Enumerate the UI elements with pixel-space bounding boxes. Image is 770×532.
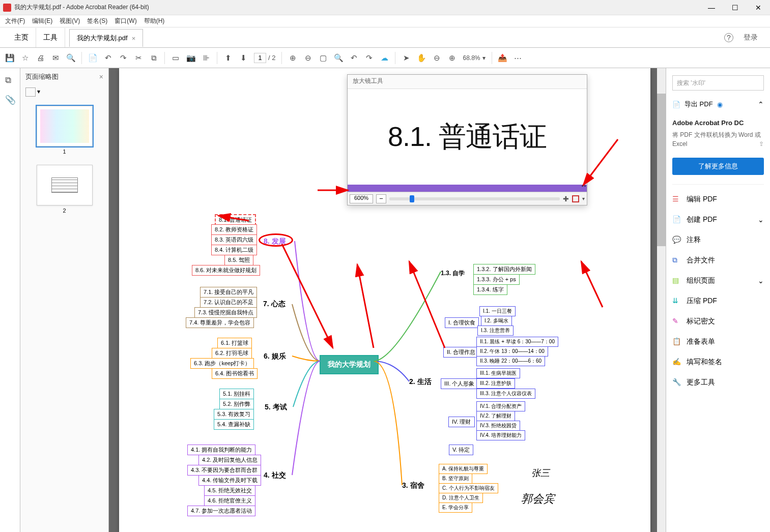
menu-sign[interactable]: 签名(S) (87, 17, 107, 25)
learn-more-button[interactable]: 了解更多信息 (672, 158, 764, 175)
cursor-icon[interactable]: ⊕ (288, 53, 297, 63)
organize-icon: ▤ (672, 276, 681, 285)
share-small-icon[interactable]: ⇪ (759, 139, 764, 149)
tool-fill-sign[interactable]: ✍填写和签名 (672, 357, 764, 368)
annotation-ellipse (259, 233, 293, 247)
select-arrow-icon[interactable]: ➤ (402, 53, 411, 63)
node-2-iv-3: IV.3. 拒绝校园贷 (476, 421, 520, 431)
window-controls: — ☐ ✕ (700, 0, 770, 15)
snapshot-icon[interactable]: 📷 (186, 53, 195, 63)
zoom-out-icon[interactable]: ⊖ (303, 53, 312, 63)
node-2-iii-3: III.3. 注意个人仪容仪表 (476, 389, 535, 399)
magnifier-stop-icon[interactable] (572, 195, 579, 202)
thumbnail-page-2[interactable] (37, 165, 93, 205)
minimize-button[interactable]: — (700, 0, 723, 15)
tool-edit-pdf[interactable]: ☰编辑 PDF (672, 194, 764, 205)
vertical-scrollbar[interactable] (657, 68, 666, 532)
ink-icon[interactable]: ☁ (380, 53, 389, 63)
copy-icon[interactable]: ⧉ (149, 53, 158, 63)
tool-more[interactable]: 🔧更多工具 (672, 377, 764, 388)
node-7-3: 7.3. 慢慢挖掘自我特点 (194, 307, 257, 318)
menu-help[interactable]: 帮助(H) (144, 17, 165, 25)
tool-create-pdf[interactable]: 📄创建 PDF⌄ (672, 214, 764, 225)
maximize-button[interactable]: ☐ (723, 0, 747, 15)
scrollbar-handle[interactable] (657, 94, 666, 246)
redo-icon[interactable]: ↷ (119, 53, 128, 63)
help-icon[interactable]: ? (724, 33, 733, 42)
measure-icon[interactable]: ⊪ (202, 53, 211, 63)
rotate-left-icon[interactable]: ↶ (349, 53, 358, 63)
magnifier-zoom-value[interactable]: 600% (350, 194, 373, 203)
magnifier-zoom-slider[interactable] (389, 197, 560, 200)
magnifier-title[interactable]: 放大镜工具 (348, 75, 587, 89)
magnifier-slider-handle[interactable] (410, 195, 414, 202)
object-icon[interactable]: ▭ (171, 53, 180, 63)
menu-edit[interactable]: 编辑(E) (32, 17, 52, 25)
magnifier-zoom-in-icon[interactable]: ✚ (563, 195, 569, 203)
node-4-7: 4.7. 参加一次志愿者活动 (187, 506, 255, 516)
page-down-icon[interactable]: ⬇ (239, 53, 248, 63)
node-3-c: C. 个人行为不影响宿友 (439, 483, 498, 493)
page-current-input[interactable] (254, 53, 266, 63)
tool-organize[interactable]: ▤组织页面⌄ (672, 275, 764, 286)
thumbnails-options[interactable]: ▾ (20, 85, 108, 101)
node-2-i-3: I.3. 注意营养 (477, 326, 514, 336)
magnifier-zoom-out[interactable]: − (376, 194, 386, 203)
magnifier-tool-window[interactable]: 放大镜工具 8.1. 普通话证 600% − ✚ ▾ (347, 74, 587, 205)
node-2-iii: III. 个人形象 (441, 378, 478, 389)
tools-search-input[interactable]: 搜索 '水印' (672, 75, 764, 91)
search-icon[interactable]: 🔍 (66, 53, 75, 63)
menu-file[interactable]: 文件(F) (5, 17, 25, 25)
save-icon[interactable]: 💾 (5, 53, 14, 63)
fit-page-icon[interactable]: ▢ (319, 53, 328, 63)
share-icon[interactable]: 📤 (498, 53, 507, 63)
edit-pdf-icon: ☰ (672, 195, 681, 204)
export-pdf-section[interactable]: 📄 导出 PDF ◉ ⌃ (672, 100, 764, 109)
menu-bar: 文件(F) 编辑(E) 视图(V) 签名(S) 窗口(W) 帮助(H) (0, 15, 770, 27)
ellipsis-icon[interactable]: ⋯ (514, 53, 523, 63)
tool-combine[interactable]: ⧉合并文件 (672, 255, 764, 266)
chevron-down-icon: ⌄ (758, 277, 764, 285)
login-button[interactable]: 登录 (744, 33, 758, 42)
node-8-4: 8.4. 计算机二级 (211, 245, 257, 255)
menu-window[interactable]: 窗口(W) (115, 17, 136, 25)
node-2-iii-1: III.1. 生病早就医 (476, 368, 520, 378)
hand-icon[interactable]: ✋ (417, 53, 426, 63)
node-2-ii-2: II.2. 午休 13：00——14：00 (476, 346, 548, 357)
magnifier-menu-icon[interactable]: ▾ (582, 196, 585, 201)
menu-view[interactable]: 视图(V) (60, 17, 80, 25)
chevron-up-icon[interactable]: ⌃ (758, 100, 764, 108)
rotate-right-icon[interactable]: ↷ (364, 53, 374, 63)
node-4-1: 4.1. 拥有自我判断的能力 (187, 445, 255, 455)
page-icon[interactable]: 📄 (88, 53, 97, 63)
cut-icon[interactable]: ✂ (134, 53, 143, 63)
email-icon[interactable]: ✉ (51, 53, 60, 63)
fit-width-icon[interactable]: 🔍 (334, 53, 343, 63)
zoom-plus-icon[interactable]: ⊕ (447, 53, 457, 63)
nav-home[interactable]: 主页 (7, 28, 36, 47)
page-up-icon[interactable]: ⬆ (223, 53, 233, 63)
thumbnails-close-icon[interactable]: × (99, 73, 103, 81)
node-2-ii: II. 合理作息 (443, 347, 479, 358)
tool-prepare-form[interactable]: 📋准备表单 (672, 336, 764, 347)
tab-close-icon[interactable]: × (132, 35, 136, 42)
node-4-5: 4.5. 拒绝无效社交 (204, 485, 255, 496)
nav-tools[interactable]: 工具 (36, 28, 65, 47)
tab-document-active[interactable]: 我的大学规划.pdf × (69, 29, 143, 47)
tool-compress[interactable]: ⇊压缩 PDF (672, 295, 764, 307)
zoom-minus-icon[interactable]: ⊖ (432, 53, 441, 63)
thumbnails-icon[interactable]: ⧉ (5, 75, 15, 85)
chevron-down-icon[interactable]: ▾ (482, 54, 486, 62)
tool-comment[interactable]: 💬注释 (672, 234, 764, 246)
node-4-6: 4.6. 拒绝官僚主义 (204, 495, 255, 506)
attachments-icon[interactable]: 📎 (5, 95, 15, 105)
print-icon[interactable]: 🖨 (36, 53, 45, 63)
branch-2-label: 2. 生活 (409, 377, 432, 387)
thumbnail-page-1[interactable] (37, 106, 93, 146)
branch-6-label: 6. 娱乐 (264, 352, 286, 361)
star-icon[interactable]: ☆ (20, 53, 30, 63)
undo-icon[interactable]: ↶ (103, 53, 112, 63)
tool-redact[interactable]: ✎标记密文 (672, 316, 764, 327)
zoom-level[interactable]: 68.8% ▾ (463, 54, 485, 62)
close-button[interactable]: ✕ (747, 0, 770, 15)
